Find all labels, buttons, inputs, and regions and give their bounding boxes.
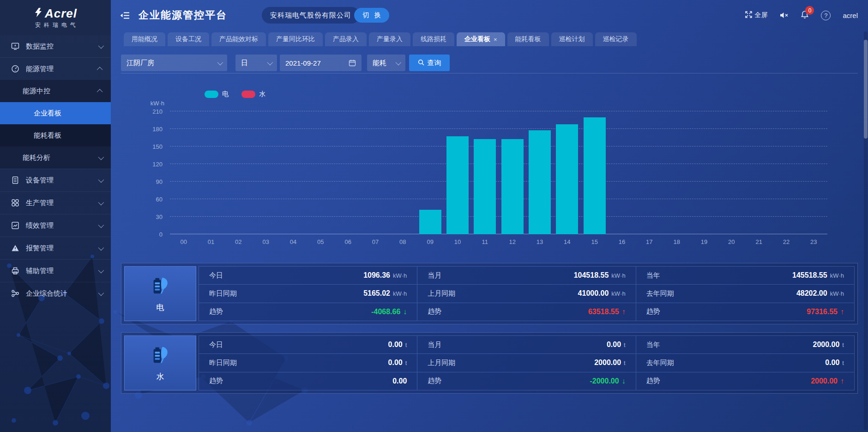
- mute-sound-icon[interactable]: [779, 12, 789, 19]
- gridline: [170, 111, 827, 111]
- metric-select[interactable]: 能耗: [367, 55, 405, 71]
- stats-row: 当年145518.55kW·h: [636, 267, 854, 285]
- page-scrollbar[interactable]: [864, 31, 868, 430]
- tab-output-entry[interactable]: 产量录入: [369, 32, 410, 46]
- stat-number: 5165.02: [363, 289, 390, 298]
- sidebar-item-enterprise-board[interactable]: 企业看板: [0, 102, 111, 124]
- stat-label: 今日: [209, 271, 223, 280]
- sidebar-item-label: 能耗看板: [34, 131, 102, 140]
- x-tick-label: 17: [646, 238, 652, 245]
- stat-number: -4068.66: [371, 308, 400, 316]
- legend-item[interactable]: 水: [241, 90, 265, 98]
- x-tick-label: 10: [454, 238, 461, 245]
- tab-enterprise-board[interactable]: 企业看板×: [457, 32, 505, 46]
- switch-company-button[interactable]: 切 换: [354, 8, 389, 23]
- legend-label: 电: [222, 90, 229, 98]
- energy-summary-cards: 电今日1096.36kW·h昨日同期5165.02kW·h趋势-4068.66↓…: [121, 263, 858, 394]
- gridline: [170, 128, 827, 129]
- stats-row: 昨日同期0.00t: [199, 354, 417, 372]
- stat-unit: kW·h: [393, 290, 407, 297]
- stat-value: 0.00t: [388, 359, 407, 367]
- x-tick-label: 15: [591, 238, 597, 245]
- stat-number: 0.00: [388, 341, 403, 349]
- stat-number: 2000.00: [594, 359, 621, 367]
- tab-energy-overview[interactable]: 用能概况: [124, 32, 165, 46]
- sidebar-item-data-monitor[interactable]: 数据监控: [0, 35, 111, 57]
- printer-icon: [11, 267, 20, 275]
- x-tick-label: 16: [619, 238, 625, 245]
- stat-unit: t: [405, 359, 407, 366]
- sidebar-menu: 数据监控能源管理能源中控企业看板能耗看板能耗分析设备管理生产管理绩效管理报警管理…: [0, 35, 111, 304]
- company-selector: 安科瑞电气股份有限公司: [262, 7, 360, 24]
- sidebar-item-energy-board[interactable]: 能耗看板: [0, 124, 111, 146]
- chart-bar-series0-hour-10[interactable]: [446, 136, 469, 234]
- stat-label: 去年同期: [646, 289, 674, 298]
- chevron-down-icon: [98, 154, 104, 160]
- tab-patrol-plan[interactable]: 巡检计划: [551, 32, 593, 46]
- sidebar-item-label: 能源中控: [23, 87, 98, 96]
- tab-energy-board[interactable]: 能耗看板: [507, 32, 549, 46]
- chart-bar-series0-hour-15[interactable]: [584, 117, 606, 234]
- chart-bar-series0-hour-09[interactable]: [419, 210, 441, 234]
- chart-bar-series0-hour-14[interactable]: [556, 124, 578, 234]
- stat-value: 63518.55↑: [588, 308, 626, 316]
- x-tick-label: 14: [564, 238, 570, 245]
- sidebar-item-label: 设备管理: [26, 176, 98, 185]
- notification-badge: 0: [805, 6, 814, 15]
- chart-plot-area: 0306090120150180210000102030405060708091…: [170, 111, 827, 234]
- sidebar-item-energy-center[interactable]: 能源中控: [0, 80, 111, 102]
- chart-icon: [11, 221, 20, 230]
- page-title: 企业能源管控平台: [139, 8, 227, 22]
- stat-value: 145518.55kW·h: [792, 271, 844, 280]
- fullscreen-button[interactable]: 全屏: [745, 11, 767, 19]
- factory-select[interactable]: 江阴厂房: [121, 55, 227, 71]
- sidebar-item-energy-analysis[interactable]: 能耗分析: [0, 146, 111, 169]
- stats-row: 趋势-4068.66↓: [199, 303, 417, 321]
- sidebar-item-alarm-mgmt[interactable]: 报警管理: [0, 237, 111, 259]
- energy-card-water: 水今日0.00t昨日同期0.00t趋势0.00当月0.00t上月同期2000.0…: [121, 332, 858, 394]
- grid-icon: [11, 199, 20, 207]
- sidebar-item-device-mgmt[interactable]: 设备管理: [0, 169, 111, 191]
- stat-value: 2000.00t: [813, 341, 844, 349]
- chart-bar-series0-hour-12[interactable]: [501, 139, 524, 234]
- tab-line-loss[interactable]: 线路损耗: [413, 32, 454, 46]
- sidebar-item-performance-mgmt[interactable]: 绩效管理: [0, 214, 111, 237]
- collapse-menu-icon[interactable]: [120, 11, 131, 20]
- tab-close-icon[interactable]: ×: [494, 36, 497, 43]
- chevron-down-icon: [98, 199, 104, 205]
- x-tick-label: 20: [728, 238, 735, 245]
- legend-swatch: [241, 91, 255, 98]
- notifications-button[interactable]: 0: [801, 10, 809, 20]
- scrollbar-thumb[interactable]: [864, 40, 868, 139]
- period-select[interactable]: 日: [235, 55, 277, 71]
- date-picker[interactable]: 2021-09-27: [280, 55, 362, 71]
- tab-product-entry[interactable]: 产品录入: [325, 32, 367, 46]
- stats-row: 上月同期41000.00kW·h: [417, 285, 635, 303]
- username[interactable]: acrel: [843, 12, 858, 19]
- sidebar-item-label: 企业综合统计: [26, 289, 98, 298]
- sidebar-item-energy-mgmt[interactable]: 能源管理: [0, 57, 111, 80]
- query-button[interactable]: 查询: [409, 55, 450, 71]
- stat-number: 63518.55: [588, 308, 619, 316]
- chart-bar-series0-hour-13[interactable]: [529, 130, 551, 234]
- tab-device-status[interactable]: 设备工况: [168, 32, 209, 46]
- help-icon[interactable]: ?: [821, 11, 831, 20]
- legend-item[interactable]: 电: [205, 90, 229, 98]
- factory-select-value: 江阴厂房: [127, 59, 154, 67]
- chart-bar-series0-hour-11[interactable]: [474, 139, 496, 234]
- tab-patrol-record[interactable]: 巡检记录: [595, 32, 637, 46]
- chevron-down-icon: [267, 59, 273, 65]
- tab-product-benchmark[interactable]: 产品能效对标: [211, 32, 266, 46]
- filter-bar: 江阴厂房 日 2021-09-27 能耗: [121, 55, 858, 71]
- y-tick-label: 90: [156, 178, 163, 185]
- sidebar-item-production-mgmt[interactable]: 生产管理: [0, 191, 111, 214]
- tab-output-compare[interactable]: 产量同比环比: [268, 32, 323, 46]
- sidebar-item-enterprise-stats[interactable]: 企业综合统计: [0, 282, 111, 304]
- trend-up-arrow: ↑: [840, 308, 844, 316]
- stats-row: 当年2000.00t: [636, 336, 854, 354]
- acrel-logo-icon: [34, 7, 43, 19]
- x-tick-label: 13: [536, 238, 543, 245]
- sidebar-item-assist-mgmt[interactable]: 辅助管理: [0, 259, 111, 282]
- stats-column: 今日1096.36kW·h昨日同期5165.02kW·h趋势-4068.66↓: [199, 267, 417, 321]
- stats-column: 当年2000.00t去年同期0.00t趋势2000.00↑: [636, 336, 854, 390]
